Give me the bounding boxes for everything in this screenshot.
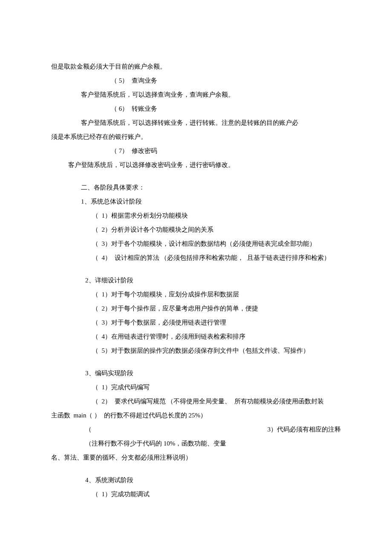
list-item: （ 1）完成代码编写 [51, 380, 341, 394]
spacer [51, 358, 341, 366]
heading-item-5: （ 5） 查询业务 [51, 74, 341, 88]
stage-2-heading: 2、详细设计阶段 [51, 273, 341, 288]
document-page: 但是取款金额必须大于目前的账户余额。 （ 5） 查询业务 客户登陆系统后，可以选… [0, 0, 392, 555]
heading-item-6: （ 6） 转账业务 [51, 102, 341, 116]
list-item: （ 2）对于每个操作层，应尽量考虑用户操作的简单，便捷 [51, 302, 341, 316]
paragraph: 客户登陆系统后，可以选择转账业务，进行转账。注意的是转账的目的账户必 [51, 116, 341, 130]
paragraph: 客户登陆系统后，可以选择修改密码业务，进行密码修改。 [51, 158, 341, 172]
stage-4-heading: 4、系统测试阶段 [51, 473, 341, 487]
spacer [51, 172, 341, 181]
paragraph: 须是本系统已经存在的银行账户。 [51, 130, 341, 144]
spacer [51, 265, 341, 273]
list-item-note: （注释行数不得少于代码的 10%，函数功能、变量 [51, 437, 341, 451]
paragraph: 但是取款金额必须大于目前的账户余额。 [51, 60, 341, 74]
list-item: （ 1）根据需求分析划分功能模块 [51, 209, 341, 223]
stage-3-heading: 3、编码实现阶段 [51, 366, 341, 380]
list-item: （ 4） 设计相应的算法 （必须包括排序和检索功能， 且基于链表进行排序和检索） [51, 251, 341, 265]
list-item-cont: 名、算法、重要的循环、分支都必须用注释说明） [51, 451, 341, 465]
list-item: （ 3）对于每个数据层，必须使用链表进行管理 [51, 316, 341, 330]
list-item-cont: 主函数 main（ ） 的行数不得超过代码总长度的 25%） [51, 408, 341, 423]
list-item: （ 2）分析并设计各个功能模块之间的关系 [51, 223, 341, 237]
left-paren: （ [51, 423, 92, 437]
split-line: （ 3）代码必须有相应的注释 [51, 423, 341, 437]
list-item: （ 1）完成功能调试 [51, 487, 341, 501]
list-item-right: 3）代码必须有相应的注释 [268, 423, 341, 437]
list-item: （ 5）对于数据层的操作完的数据必须保存到文件中（包括文件读、写操作） [51, 344, 341, 358]
list-item: （ 3）对于各个功能模块，设计相应的数据结构（必须使用链表完成全部功能） [51, 237, 341, 251]
list-item: （ 2） 要求代码编写规范 （不得使用全局变量、 所有功能模块必须使用函数封装 [51, 394, 341, 408]
stage-1-heading: 1、系统总体设计阶段 [51, 195, 341, 209]
list-item: （ 4）在用链表进行管理时，必须用到链表检索和排序 [51, 330, 341, 344]
spacer [51, 465, 341, 473]
list-item: （ 1）对于每个功能模块，应划分成操作层和数据层 [51, 288, 341, 302]
section-heading-2: 二、各阶段具体要求： [51, 181, 341, 195]
heading-item-7: （ 7） 修改密码 [51, 144, 341, 158]
paragraph: 客户登陆系统后，可以选择查询业务，查询账户余额。 [51, 88, 341, 102]
